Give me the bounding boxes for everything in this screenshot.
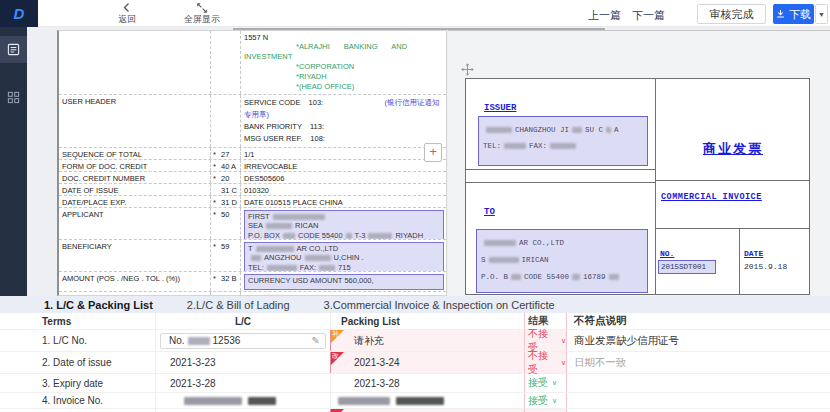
swift-row-beneficiary: BENEFICIARY *59 TAR CO.,LTD ANGZHOUU,CHI… (59, 240, 446, 272)
invoice-date-label: DATE (744, 249, 763, 258)
app-logo: D (0, 0, 38, 27)
download-button[interactable]: 下载 (773, 4, 814, 24)
discrepancy-note: 商业发票缺少信用证号 (567, 330, 830, 351)
next-doc-link[interactable]: 下一篇 (632, 8, 665, 23)
invoice-date-value: 2015.9.18 (744, 262, 787, 271)
buyer-highlight-box[interactable]: AR CO.,LTD SIRICAN P.O. BCODE 5540016789 (476, 229, 648, 293)
invoice-title-cn: 商业发票 (703, 140, 763, 158)
swift-row: DATE OF ISSUE 31 C 010320 (59, 184, 446, 196)
tab-lc-bill-of-lading[interactable]: 2.L/C & Bill of Lading (187, 299, 290, 311)
compare-tabs: 1. L/C & Packing List 2.L/C & Bill of La… (0, 296, 830, 313)
back-label: 返回 (118, 14, 136, 24)
move-handle-icon[interactable] (461, 63, 474, 76)
advising-bank-line: *RIYADH (244, 72, 444, 82)
swift-row-user-header: USER HEADER SERVICE CODE103:(银行信用证通知专用章)… (59, 95, 446, 148)
chevron-down-icon: ∨ (561, 359, 566, 367)
logo-d-icon: D (14, 5, 25, 22)
tab-invoice-inspection[interactable]: 3.Commercial Invoice & Inspection on Cer… (324, 299, 555, 311)
swift-row: SEQUENCE OF TOTAL *27 1/1 (59, 148, 446, 160)
swift-row: DATE/PLACE EXP. *31 D DATE 010515 PLACE … (59, 196, 446, 208)
chevron-down-icon: ∨ (561, 337, 566, 345)
document-form-icon (7, 43, 20, 56)
table-row: 1. L/C No. No.12536 ✎ 补 请补充 不接受∨ 商业发票缺少信… (0, 330, 830, 352)
applicant-highlight-box[interactable]: FIRST SEARICAN P.O. BOXCODE 55400T-3RIYA… (244, 210, 444, 239)
amount-highlight-box[interactable]: CURRENCY USD AMOUNT 560,000, (244, 274, 444, 290)
swift-row: DOC. CREDIT NUMBER *20 DES505606 (59, 172, 446, 184)
issuer-highlight-box[interactable]: CHANGZHOU JISU CA TEL:FAX: (478, 116, 648, 166)
table-header-row: Terms L/C Packing List 结果 不符点说明 (0, 313, 830, 330)
to-label: TO (484, 207, 495, 217)
back-button[interactable]: 返回 (108, 2, 146, 24)
advising-bank-line: *CORPORATION (244, 62, 444, 72)
lc-no-input[interactable]: No.12536 ✎ (160, 333, 326, 349)
download-icon (776, 9, 785, 19)
top-bar: D 返回 全屏显示 上一篇 下一篇 审核完成 下载 ▼ (0, 0, 830, 27)
review-complete-button[interactable]: 审核完成 (697, 4, 766, 24)
grid-squares-icon (7, 91, 20, 104)
swift-top-line: 1557 N (244, 33, 444, 42)
result-select[interactable]: 接受∨ (524, 393, 567, 408)
zoom-in-button[interactable]: + (424, 143, 442, 162)
table-row: 2. Date of issue 2021-3-23 改 2021-3-24 不… (0, 352, 830, 374)
service-code-label: SERVICE CODE (244, 98, 301, 107)
swift-row-amount: AMOUNT (POS . /NEG . TOL . (%)) *32 B CU… (59, 272, 446, 292)
sidebar-item-document[interactable] (0, 36, 27, 63)
invoice-no-highlight-box[interactable]: 2015SDT001 (658, 260, 716, 274)
beneficiary-highlight-box[interactable]: TAR CO.,LTD ANGZHOUU,CHIN . TEL:FAX:715 (244, 242, 444, 271)
header-lc: L/C (155, 313, 330, 329)
fullscreen-label: 全屏显示 (184, 14, 220, 24)
header-note: 不符点说明 (567, 313, 830, 329)
chevron-left-icon (108, 2, 146, 14)
field-label: USER HEADER (59, 95, 211, 147)
fullscreen-icon (176, 2, 228, 14)
commercial-invoice-page: ISSUER CHANGZHOU JISU CA TEL:FAX: TO AR … (465, 78, 810, 295)
swift-row: FORM OF DOC. CREDIT *40 A IRREVOCABLE (59, 160, 446, 172)
issuer-label: ISSUER (484, 103, 516, 113)
swift-row-receiver: 1557 N *ALRAJHI BANKING AND INVESTMENT *… (59, 31, 446, 95)
swift-row-applicant: APPLICANT *50 FIRST SEARICAN P.O. BOXCOD… (59, 208, 446, 240)
advising-bank-line: *ALRAJHI BANKING AND (244, 42, 444, 52)
advising-bank-line: INVESTMENT (244, 52, 444, 62)
compare-panel: 1. L/C & Packing List 2.L/C & Bill of La… (0, 296, 830, 412)
table-row: 3. Expiry date 2021-3-28 2021-3-28 接受∨ (0, 374, 830, 393)
sidebar-item-grid[interactable] (0, 84, 27, 111)
prev-doc-link[interactable]: 上一篇 (588, 8, 621, 23)
left-sidebar (0, 27, 27, 296)
chevron-down-icon: ∨ (552, 397, 557, 405)
discrepancy-note: 日期不一致 (567, 352, 830, 373)
invoice-title-en: COMMERCIAL INVOICE (661, 192, 762, 202)
discrepancy-note (567, 374, 830, 392)
chevron-down-icon: ∨ (552, 379, 557, 387)
download-more-button[interactable]: ▼ (815, 4, 828, 24)
header-packing-list: Packing List (330, 313, 524, 329)
result-select[interactable]: 接受∨ (524, 374, 567, 392)
fullscreen-button[interactable]: 全屏显示 (176, 2, 228, 24)
tab-lc-packing-list[interactable]: 1. L/C & Packing List (44, 299, 153, 311)
edit-pencil-icon[interactable]: ✎ (312, 335, 320, 346)
download-label: 下载 (789, 7, 811, 22)
result-select[interactable]: 不接受∨ (524, 352, 567, 373)
table-row: 4. Invoice No. 接受∨ (0, 393, 830, 409)
discrepancy-note (567, 393, 830, 408)
invoice-no-label: NO. (660, 249, 674, 258)
app-root: D 返回 全屏显示 上一篇 下一篇 审核完成 下载 ▼ (0, 0, 830, 412)
caret-down-icon: ▼ (818, 11, 825, 18)
advising-bank-line: *(HEAD OFFICE) (244, 82, 444, 92)
header-terms: Terms (0, 313, 155, 329)
lc-document-panel: 1557 N *ALRAJHI BANKING AND INVESTMENT *… (57, 30, 447, 296)
horizontal-scrollbar[interactable] (233, 28, 605, 30)
